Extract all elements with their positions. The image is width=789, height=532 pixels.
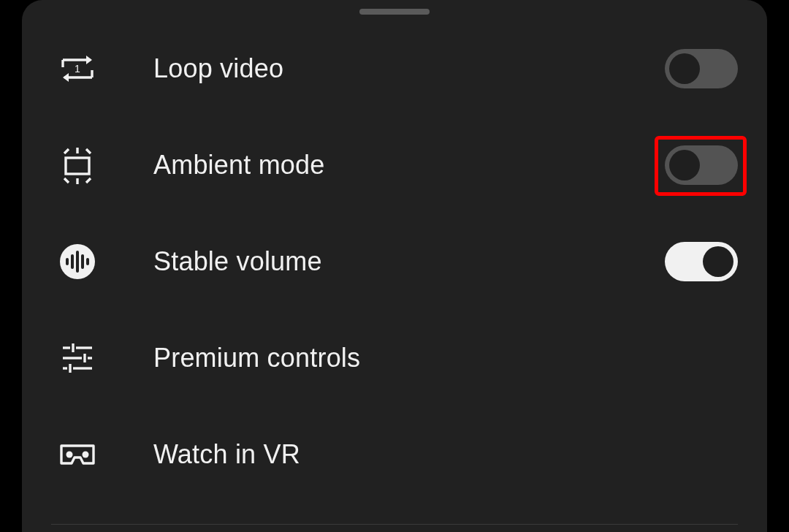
- vr-icon: [57, 434, 98, 475]
- stable-volume-icon: [57, 241, 98, 282]
- toggle-knob: [669, 150, 700, 180]
- svg-text:1: 1: [75, 63, 80, 75]
- loop-icon: 1: [57, 48, 98, 89]
- ambient-mode-label: Ambient mode: [153, 150, 665, 180]
- watch-in-vr-label: Watch in VR: [153, 439, 738, 470]
- svg-line-9: [64, 178, 69, 183]
- svg-line-8: [86, 149, 91, 153]
- ambient-mode-toggle[interactable]: [665, 145, 738, 185]
- row-loop-video[interactable]: 1 Loop video: [22, 20, 767, 117]
- row-premium-controls[interactable]: Premium controls: [22, 310, 767, 406]
- svg-line-6: [64, 149, 69, 153]
- row-stable-volume[interactable]: Stable volume: [22, 213, 767, 310]
- toggle-knob: [669, 53, 700, 84]
- row-watch-in-vr[interactable]: Watch in VR: [22, 406, 767, 503]
- premium-controls-label: Premium controls: [153, 343, 738, 373]
- loop-video-label: Loop video: [153, 53, 665, 84]
- svg-point-27: [66, 452, 73, 458]
- drag-handle[interactable]: [359, 9, 430, 15]
- row-ambient-mode[interactable]: Ambient mode: [22, 117, 767, 213]
- toggle-knob: [703, 246, 733, 277]
- stable-volume-toggle[interactable]: [665, 242, 738, 281]
- stable-volume-label: Stable volume: [153, 246, 665, 277]
- svg-point-28: [83, 452, 89, 458]
- svg-rect-5: [66, 158, 89, 174]
- sliders-icon: [57, 338, 98, 379]
- divider: [51, 524, 738, 525]
- settings-list: 1 Loop video: [22, 20, 767, 503]
- loop-video-toggle[interactable]: [665, 49, 738, 88]
- ambient-icon: [57, 145, 98, 186]
- svg-line-11: [86, 178, 91, 183]
- bottom-sheet: 1 Loop video: [22, 0, 767, 532]
